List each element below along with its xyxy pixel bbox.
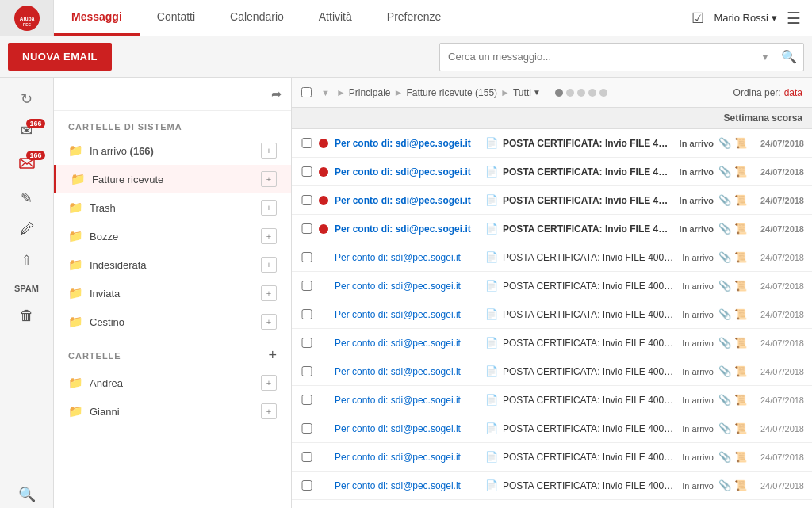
message-checkbox[interactable]: [300, 252, 314, 262]
message-row[interactable]: Per conto di: sdi@pec.sogei.it 📄 POSTA C…: [292, 386, 812, 414]
message-row[interactable]: Per conto di: sdi@pec.sogei.it 📄 POSTA C…: [292, 357, 812, 386]
svg-text:PEC: PEC: [23, 22, 31, 26]
sidebar-item-fatture-ricevute[interactable]: 📁 Fatture ricevute +: [54, 165, 291, 193]
logo: Aruba PEC: [14, 6, 40, 31]
attachment-icon: 📎: [718, 394, 731, 406]
message-subject: POSTA CERTIFICATA: Invio FILE 400005...: [503, 452, 676, 463]
tab-contatti[interactable]: Contatti: [140, 0, 213, 36]
sidebar-item-gianni[interactable]: 📁 Gianni +: [54, 397, 291, 426]
search-input[interactable]: [440, 51, 756, 63]
message-sender: Per conto di: sdi@pec.sogei.it: [335, 309, 485, 320]
icon-strip-compose2[interactable]: 🖉: [7, 216, 47, 243]
message-row[interactable]: Per conto di: sdi@pec.sogei.it 📄 POSTA C…: [292, 500, 812, 508]
sort-field[interactable]: data: [784, 87, 802, 98]
cert-icon: 📜: [734, 451, 747, 463]
message-row[interactable]: Per conto di: sdi@pec.sogei.it 📄 POSTA C…: [292, 329, 812, 357]
message-checkbox[interactable]: [300, 452, 314, 462]
attachment-icon: 📎: [718, 194, 731, 206]
icon-strip-upload[interactable]: ⇧: [7, 247, 47, 274]
tab-messaggi[interactable]: Messaggi: [54, 0, 140, 36]
icon-strip-pencil[interactable]: ✎: [7, 185, 47, 212]
breadcrumb-folder[interactable]: Fatture ricevute (155): [406, 87, 497, 98]
expand-indesiderata-icon[interactable]: +: [261, 257, 277, 273]
message-row[interactable]: Per conto di: sdi@pec.sogei.it 📄 POSTA C…: [292, 272, 812, 300]
icon-strip-sent[interactable]: 166: [7, 149, 47, 180]
icon-strip-spam[interactable]: SPAM: [7, 279, 47, 298]
message-checkbox[interactable]: [300, 223, 314, 234]
message-checkbox[interactable]: [300, 338, 314, 348]
message-checkbox[interactable]: [300, 395, 314, 405]
sidebar-item-cestino[interactable]: 📁 Cestino +: [54, 307, 291, 336]
expand-gianni-icon[interactable]: +: [261, 403, 277, 419]
icon-strip-trash[interactable]: 🗑: [7, 303, 47, 329]
breadcrumb-sep2: ►: [393, 87, 403, 98]
svg-text:Aruba: Aruba: [19, 16, 34, 21]
toolbar: NUOVA EMAIL ▼ 🔍: [0, 36, 812, 78]
message-row[interactable]: Per conto di: sdi@pec.sogei.it 📄 POSTA C…: [292, 158, 812, 186]
message-row[interactable]: Per conto di: sdi@pec.sogei.it 📄 POSTA C…: [292, 186, 812, 215]
tab-preferenze[interactable]: Preferenze: [370, 0, 458, 36]
expand-inviata-icon[interactable]: +: [261, 285, 277, 301]
hamburger-menu-icon[interactable]: ☰: [787, 9, 801, 28]
expand-trash-icon[interactable]: +: [261, 200, 277, 216]
search-icon[interactable]: 🔍: [775, 49, 803, 64]
message-checkbox[interactable]: [300, 281, 314, 291]
icon-strip-refresh[interactable]: ↻: [7, 86, 47, 113]
message-checkbox[interactable]: [300, 138, 314, 148]
message-date: 24/07/2018: [747, 481, 804, 491]
message-checkbox[interactable]: [300, 309, 314, 319]
message-row[interactable]: Per conto di: sdi@pec.sogei.it 📄 POSTA C…: [292, 243, 812, 272]
sidebar-item-trash[interactable]: 📁 Trash +: [54, 193, 291, 222]
document-icon: 📄: [485, 137, 498, 149]
message-row[interactable]: Per conto di: sdi@pec.sogei.it 📄 POSTA C…: [292, 443, 812, 472]
message-checkbox[interactable]: [300, 166, 314, 177]
search-chevron-icon[interactable]: ▼: [756, 52, 775, 63]
message-tag: In arrivo: [680, 224, 714, 234]
cert-icon: 📜: [734, 422, 747, 434]
icon-strip-search[interactable]: 🔍: [7, 481, 47, 508]
message-subject: POSTA CERTIFICATA: Invio FILE 400001...: [503, 366, 676, 377]
sidebar-item-inviata[interactable]: 📁 Inviata +: [54, 279, 291, 307]
top-nav: Aruba PEC Messaggi Contatti Calendario A…: [0, 0, 812, 36]
breadcrumb-filter[interactable]: Tutti ▼: [513, 87, 541, 98]
sidebar-item-indesiderata[interactable]: 📁 Indesiderata +: [54, 250, 291, 279]
message-checkbox[interactable]: [300, 480, 314, 491]
message-subject: POSTA CERTIFICATA: Invio FILE 400011...: [503, 395, 676, 406]
breadcrumb-sep1: ►: [336, 87, 346, 98]
system-section-header: CARTELLE DI SISTEMA: [54, 111, 291, 136]
message-row[interactable]: Per conto di: sdi@pec.sogei.it 📄 POSTA C…: [292, 215, 812, 243]
sidebar-top-bar: ➦: [54, 78, 291, 111]
expand-in-arrivo-icon[interactable]: +: [261, 143, 277, 159]
edit-icon: 🖉: [20, 221, 34, 238]
message-checkbox[interactable]: [300, 423, 314, 434]
folder-icon-trash: 📁: [68, 201, 83, 215]
tab-calendario[interactable]: Calendario: [213, 0, 301, 36]
sidebar-item-bozze[interactable]: 📁 Bozze +: [54, 222, 291, 250]
user-menu[interactable]: Mario Rossi ▾: [714, 12, 777, 24]
message-row[interactable]: Per conto di: sdi@pec.sogei.it 📄 POSTA C…: [292, 129, 812, 158]
sidebar-export-icon[interactable]: ➦: [271, 86, 282, 101]
unread-dot: [319, 196, 328, 205]
message-checkbox[interactable]: [300, 195, 314, 205]
message-sender: Per conto di: sdi@pec.sogei.it: [335, 281, 485, 292]
breadcrumb-home[interactable]: Principale: [349, 87, 391, 98]
message-row[interactable]: Per conto di: sdi@pec.sogei.it 📄 POSTA C…: [292, 472, 812, 500]
sidebar-item-in-arrivo[interactable]: 📁 In arrivo (166) +: [54, 136, 291, 165]
expand-andrea-icon[interactable]: +: [261, 375, 277, 391]
progress-dots: [555, 89, 607, 97]
expand-bozze-icon[interactable]: +: [261, 228, 277, 244]
new-email-button[interactable]: NUOVA EMAIL: [8, 43, 112, 71]
expand-cestino-icon[interactable]: +: [261, 314, 277, 330]
cert-icon: 📜: [734, 337, 747, 349]
message-row[interactable]: Per conto di: sdi@pec.sogei.it 📄 POSTA C…: [292, 300, 812, 329]
select-all-checkbox[interactable]: [301, 87, 312, 97]
sidebar-item-andrea[interactable]: 📁 Andrea +: [54, 369, 291, 397]
message-row[interactable]: Per conto di: sdi@pec.sogei.it 📄 POSTA C…: [292, 414, 812, 443]
icon-strip-inbox[interactable]: ✉ 166: [7, 117, 47, 144]
checkmark-icon[interactable]: ☑: [691, 10, 704, 27]
message-sender: Per conto di: sdi@pec.sogei.it: [335, 138, 485, 149]
tab-attivita[interactable]: Attività: [301, 0, 370, 36]
expand-fatture-icon[interactable]: +: [261, 171, 277, 187]
add-folder-button[interactable]: +: [268, 347, 277, 364]
message-checkbox[interactable]: [300, 366, 314, 376]
